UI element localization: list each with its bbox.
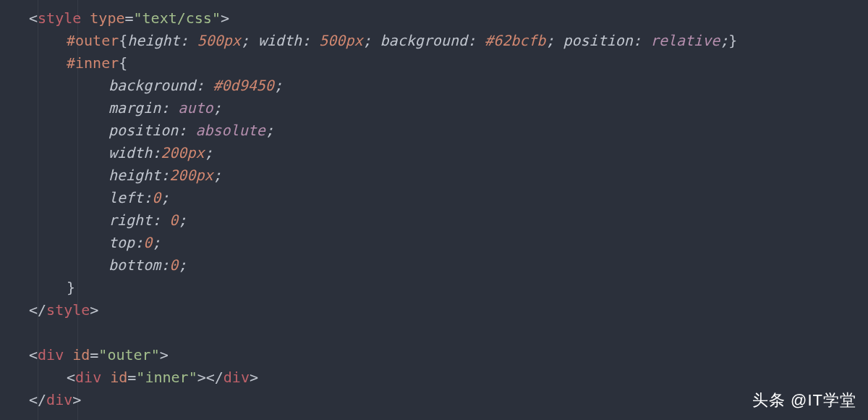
code-line: <style type="text/css"> — [0, 7, 868, 30]
attr-name: id — [110, 369, 127, 386]
css-value: #62bcfb — [485, 32, 545, 49]
css-value: 200px — [161, 144, 204, 161]
css-value: 0 — [152, 189, 161, 206]
angle-bracket: < — [29, 9, 38, 27]
code-line: </style> — [0, 299, 868, 322]
css-value: #0d9450 — [213, 77, 274, 94]
css-value: 0 — [169, 256, 178, 274]
code-line-blank — [0, 322, 868, 344]
css-value: absolute — [195, 122, 265, 139]
code-line: } — [0, 277, 868, 299]
code-line: margin: auto; — [0, 97, 868, 119]
tag-name: style — [46, 301, 90, 319]
css-selector: #outer — [67, 32, 119, 49]
code-line: </div> — [0, 389, 868, 411]
code-line: left:0; — [0, 187, 868, 209]
css-value: 0 — [143, 234, 152, 251]
css-selector: #inner — [67, 54, 119, 72]
css-value: 500px — [197, 32, 241, 49]
css-prop: background — [109, 77, 195, 94]
css-prop: right — [109, 211, 152, 229]
code-line: #inner{ — [0, 52, 868, 75]
attr-value: outer — [107, 346, 150, 364]
code-line: <div id="outer"> — [0, 344, 868, 366]
attr-name: type — [90, 9, 124, 27]
css-value: 500px — [319, 32, 362, 49]
tag-name: style — [38, 9, 81, 27]
tag-name: div — [224, 369, 250, 386]
css-value: 200px — [169, 167, 213, 184]
code-line: #outer{height: 500px; width: 500px; back… — [0, 30, 868, 52]
css-value: relative — [650, 32, 720, 49]
css-prop: width — [258, 32, 302, 49]
css-prop: position — [109, 122, 178, 139]
code-line: right: 0; — [0, 209, 868, 232]
css-prop: bottom — [109, 256, 161, 274]
code-block: <style type="text/css"> #outer{height: 5… — [0, 0, 868, 411]
css-prop: height — [109, 167, 161, 184]
tag-name: div — [38, 346, 64, 364]
tag-name: div — [46, 391, 72, 408]
css-value: auto — [178, 99, 213, 117]
code-line: background: #0d9450; — [0, 75, 868, 97]
code-line: position: absolute; — [0, 119, 868, 142]
attr-value: inner — [145, 369, 188, 386]
code-line: height:200px; — [0, 164, 868, 187]
css-prop: background — [380, 32, 467, 49]
css-prop: left — [109, 189, 143, 206]
css-value: 0 — [169, 211, 178, 229]
attr-name: id — [72, 346, 90, 364]
css-prop: height — [127, 32, 179, 49]
tag-name: div — [75, 369, 101, 386]
css-prop: margin — [109, 99, 161, 117]
code-line: bottom:0; — [0, 254, 868, 277]
code-line: width:200px; — [0, 142, 868, 164]
css-prop: position — [563, 32, 632, 49]
css-prop: width — [109, 144, 152, 161]
code-line: top:0; — [0, 232, 868, 254]
css-prop: top — [109, 234, 135, 251]
code-line: <div id="inner"></div> — [0, 366, 868, 389]
watermark: 头条 @IT学堂 — [752, 388, 856, 413]
attr-value: text/css — [142, 9, 212, 27]
